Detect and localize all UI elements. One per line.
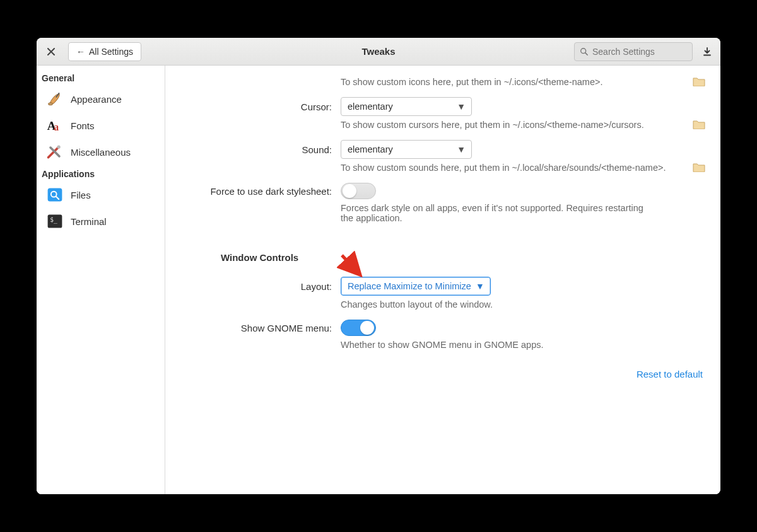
all-settings-button[interactable]: ← All Settings xyxy=(68,42,141,61)
download-button[interactable] xyxy=(699,43,715,60)
dark-hint: Forces dark style on all apps, even if i… xyxy=(341,199,671,227)
layout-combo[interactable]: Replace Maximize to Minimize xyxy=(341,277,491,296)
icons-hint: To show custom icons here, put them in ~… xyxy=(341,73,671,91)
dark-label: Force to use dark stylesheet: xyxy=(180,186,332,197)
cursor-hint: To show custom cursors here, put them in… xyxy=(341,116,671,134)
reset-to-default-link[interactable]: Reset to default xyxy=(637,354,705,385)
download-icon xyxy=(703,47,712,56)
back-arrow-icon: ← xyxy=(76,47,85,57)
svg-rect-10 xyxy=(48,188,62,202)
search-icon xyxy=(580,47,589,56)
sidebar-group-general: General xyxy=(37,69,165,86)
svg-point-4 xyxy=(49,103,53,105)
search-box[interactable] xyxy=(574,42,693,61)
svg-text:a: a xyxy=(54,122,59,132)
svg-text:$_: $_ xyxy=(50,216,57,224)
gnome-hint: Whether to show GNOME menu in GNOME apps… xyxy=(341,336,671,354)
terminal-icon: $_ xyxy=(45,212,64,231)
header-tools xyxy=(574,42,715,61)
miscellaneous-icon xyxy=(45,142,64,161)
svg-line-1 xyxy=(585,52,587,54)
sidebar-item-label: Files xyxy=(71,190,91,200)
sidebar-item-label: Fonts xyxy=(71,120,95,131)
gnome-label: Show GNOME menu: xyxy=(180,323,332,333)
layout-hint: Changes button layout of the window. xyxy=(341,296,671,313)
appearance-icon xyxy=(45,90,64,108)
all-settings-label: All Settings xyxy=(89,47,133,57)
sound-hint: To show custom sounds here, put them in … xyxy=(341,159,671,176)
close-button[interactable] xyxy=(44,45,58,59)
files-icon xyxy=(45,185,64,204)
sidebar-item-files[interactable]: Files xyxy=(37,182,165,208)
svg-point-9 xyxy=(57,146,61,149)
content-pane: To show custom icons here, put them in ~… xyxy=(165,66,720,494)
sidebar-group-applications: Applications xyxy=(37,165,165,182)
sound-combo[interactable]: elementary xyxy=(341,140,472,159)
settings-window: ← All Settings Tweaks General xyxy=(37,38,720,494)
sidebar-item-miscellaneous[interactable]: Miscellaneous xyxy=(37,139,165,165)
window-controls-heading: Window Controls xyxy=(180,227,705,270)
sidebar: General Appearance A a xyxy=(37,66,165,494)
sidebar-item-terminal[interactable]: $_ Terminal xyxy=(37,208,165,234)
fonts-icon: A a xyxy=(45,116,64,135)
sidebar-item-label: Miscellaneous xyxy=(71,147,131,158)
gnome-menu-switch[interactable] xyxy=(341,320,376,336)
folder-icon[interactable] xyxy=(693,162,705,172)
cursor-label: Cursor: xyxy=(180,101,332,112)
search-input[interactable] xyxy=(592,47,687,57)
layout-label: Layout: xyxy=(180,281,332,292)
sidebar-item-appearance[interactable]: Appearance xyxy=(37,86,165,112)
cursor-combo[interactable]: elementary xyxy=(341,97,472,116)
folder-icon[interactable] xyxy=(693,119,705,129)
sidebar-item-label: Terminal xyxy=(71,216,107,227)
sidebar-item-label: Appearance xyxy=(71,94,122,105)
close-icon xyxy=(47,48,55,55)
sidebar-item-fonts[interactable]: A a Fonts xyxy=(37,112,165,139)
folder-icon[interactable] xyxy=(693,76,705,86)
sound-label: Sound: xyxy=(180,144,332,155)
dark-stylesheet-switch[interactable] xyxy=(341,183,376,199)
titlebar: ← All Settings Tweaks xyxy=(37,38,720,66)
